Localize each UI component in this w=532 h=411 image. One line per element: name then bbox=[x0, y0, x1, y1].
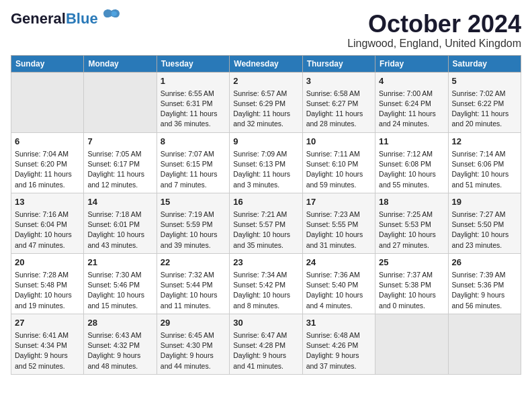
daylight-label: Daylight: 11 hours bbox=[306, 109, 363, 118]
logo-text: GeneralBlue bbox=[11, 11, 98, 27]
day-info: Sunrise: 7:27 AMSunset: 5:50 PMDaylight:… bbox=[452, 210, 517, 250]
col-saturday: Saturday bbox=[448, 55, 521, 72]
daylight-label: Daylight: 9 hours bbox=[233, 351, 286, 359]
location: Lingwood, England, United Kingdom bbox=[347, 38, 521, 50]
daylight-label: Daylight: 11 hours bbox=[452, 109, 509, 118]
daylight-label: Daylight: 10 hours bbox=[306, 291, 363, 299]
day-number: 25 bbox=[379, 257, 444, 269]
day-number: 28 bbox=[87, 317, 152, 329]
day-number: 6 bbox=[15, 136, 80, 148]
calendar-cell: 13Sunrise: 7:16 AMSunset: 6:04 PMDayligh… bbox=[11, 193, 84, 253]
day-info: Sunrise: 7:09 AMSunset: 6:13 PMDaylight:… bbox=[233, 149, 298, 190]
header-row: Sunday Monday Tuesday Wednesday Thursday… bbox=[11, 55, 521, 72]
day-number: 9 bbox=[233, 136, 298, 148]
col-thursday: Thursday bbox=[302, 55, 375, 72]
calendar-cell: 12Sunrise: 7:14 AMSunset: 6:06 PMDayligh… bbox=[448, 132, 521, 193]
day-number: 18 bbox=[379, 196, 444, 208]
day-number: 19 bbox=[452, 196, 517, 208]
day-info: Sunrise: 6:47 AMSunset: 4:28 PMDaylight:… bbox=[233, 330, 298, 371]
calendar-cell: 8Sunrise: 7:07 AMSunset: 6:15 PMDaylight… bbox=[157, 132, 229, 193]
day-info: Sunrise: 7:14 AMSunset: 6:06 PMDaylight:… bbox=[452, 149, 517, 190]
title-block: October 2024 Lingwood, England, United K… bbox=[347, 11, 521, 50]
day-number: 24 bbox=[306, 257, 371, 269]
calendar-cell: 20Sunrise: 7:28 AMSunset: 5:48 PMDayligh… bbox=[11, 253, 84, 314]
col-monday: Monday bbox=[84, 55, 157, 72]
daylight-label: Daylight: 10 hours bbox=[379, 230, 436, 238]
daylight-label: Daylight: 11 hours bbox=[87, 170, 144, 178]
day-number: 21 bbox=[87, 257, 152, 269]
month-year: October 2024 bbox=[347, 11, 521, 38]
calendar-cell bbox=[448, 314, 521, 374]
page-container: GeneralBlue October 2024 Lingwood, Engla… bbox=[0, 0, 532, 380]
day-number: 23 bbox=[233, 257, 298, 269]
week-row-4: 20Sunrise: 7:28 AMSunset: 5:48 PMDayligh… bbox=[11, 253, 521, 314]
calendar-cell: 27Sunrise: 6:41 AMSunset: 4:34 PMDayligh… bbox=[11, 314, 84, 374]
daylight-label: Daylight: 10 hours bbox=[87, 291, 144, 299]
day-info: Sunrise: 7:11 AMSunset: 6:10 PMDaylight:… bbox=[306, 149, 371, 190]
day-number: 1 bbox=[161, 75, 226, 87]
day-info: Sunrise: 7:34 AMSunset: 5:42 PMDaylight:… bbox=[233, 270, 298, 311]
day-info: Sunrise: 6:45 AMSunset: 4:30 PMDaylight:… bbox=[161, 330, 226, 371]
day-info: Sunrise: 7:39 AMSunset: 5:36 PMDaylight:… bbox=[452, 270, 517, 311]
calendar-cell: 3Sunrise: 6:58 AMSunset: 6:27 PMDaylight… bbox=[302, 72, 375, 132]
day-info: Sunrise: 7:37 AMSunset: 5:38 PMDaylight:… bbox=[379, 270, 444, 311]
calendar-cell: 5Sunrise: 7:02 AMSunset: 6:22 PMDaylight… bbox=[448, 72, 521, 132]
day-number: 12 bbox=[452, 136, 517, 148]
daylight-label: Daylight: 10 hours bbox=[87, 230, 144, 238]
daylight-label: Daylight: 9 hours bbox=[161, 351, 214, 359]
calendar-cell: 17Sunrise: 7:23 AMSunset: 5:55 PMDayligh… bbox=[302, 193, 375, 253]
calendar-cell: 23Sunrise: 7:34 AMSunset: 5:42 PMDayligh… bbox=[230, 253, 302, 314]
day-info: Sunrise: 7:05 AMSunset: 6:17 PMDaylight:… bbox=[87, 149, 152, 190]
calendar-cell: 2Sunrise: 6:57 AMSunset: 6:29 PMDaylight… bbox=[230, 72, 302, 132]
day-number: 16 bbox=[233, 196, 298, 208]
day-number: 4 bbox=[379, 75, 444, 87]
calendar-cell: 24Sunrise: 7:36 AMSunset: 5:40 PMDayligh… bbox=[302, 253, 375, 314]
day-info: Sunrise: 6:41 AMSunset: 4:34 PMDaylight:… bbox=[15, 330, 80, 371]
logo: GeneralBlue bbox=[11, 11, 121, 30]
daylight-label: Daylight: 9 hours bbox=[87, 351, 140, 359]
calendar-cell: 14Sunrise: 7:18 AMSunset: 6:01 PMDayligh… bbox=[84, 193, 157, 253]
calendar-body: 1Sunrise: 6:55 AMSunset: 6:31 PMDaylight… bbox=[11, 72, 521, 374]
daylight-label: Daylight: 10 hours bbox=[15, 291, 72, 299]
daylight-label: Daylight: 10 hours bbox=[452, 230, 509, 238]
calendar-cell: 31Sunrise: 6:48 AMSunset: 4:26 PMDayligh… bbox=[302, 314, 375, 374]
day-info: Sunrise: 7:18 AMSunset: 6:01 PMDaylight:… bbox=[87, 210, 152, 250]
day-info: Sunrise: 7:32 AMSunset: 5:44 PMDaylight:… bbox=[161, 270, 226, 311]
week-row-2: 6Sunrise: 7:04 AMSunset: 6:20 PMDaylight… bbox=[11, 132, 521, 193]
calendar-cell: 28Sunrise: 6:43 AMSunset: 4:32 PMDayligh… bbox=[84, 314, 157, 374]
calendar-cell: 19Sunrise: 7:27 AMSunset: 5:50 PMDayligh… bbox=[448, 193, 521, 253]
day-number: 10 bbox=[306, 136, 371, 148]
col-tuesday: Tuesday bbox=[157, 55, 229, 72]
day-number: 8 bbox=[161, 136, 226, 148]
calendar-cell: 29Sunrise: 6:45 AMSunset: 4:30 PMDayligh… bbox=[157, 314, 229, 374]
day-number: 17 bbox=[306, 196, 371, 208]
calendar-cell: 9Sunrise: 7:09 AMSunset: 6:13 PMDaylight… bbox=[230, 132, 302, 193]
daylight-label: Daylight: 10 hours bbox=[161, 291, 218, 299]
calendar-cell: 10Sunrise: 7:11 AMSunset: 6:10 PMDayligh… bbox=[302, 132, 375, 193]
day-number: 5 bbox=[452, 75, 517, 87]
calendar-cell bbox=[375, 314, 448, 374]
day-number: 20 bbox=[15, 257, 80, 269]
day-info: Sunrise: 7:02 AMSunset: 6:22 PMDaylight:… bbox=[452, 89, 517, 130]
day-info: Sunrise: 6:48 AMSunset: 4:26 PMDaylight:… bbox=[306, 330, 371, 371]
daylight-label: Daylight: 10 hours bbox=[452, 170, 509, 178]
day-number: 31 bbox=[306, 317, 371, 329]
day-info: Sunrise: 7:07 AMSunset: 6:15 PMDaylight:… bbox=[161, 149, 226, 190]
bird-icon bbox=[102, 8, 121, 24]
day-info: Sunrise: 6:57 AMSunset: 6:29 PMDaylight:… bbox=[233, 89, 298, 130]
day-info: Sunrise: 7:36 AMSunset: 5:40 PMDaylight:… bbox=[306, 270, 371, 311]
calendar-cell bbox=[84, 72, 157, 132]
day-info: Sunrise: 7:12 AMSunset: 6:08 PMDaylight:… bbox=[379, 149, 444, 190]
daylight-label: Daylight: 9 hours bbox=[306, 351, 359, 359]
day-info: Sunrise: 6:55 AMSunset: 6:31 PMDaylight:… bbox=[161, 89, 226, 130]
daylight-label: Daylight: 11 hours bbox=[15, 170, 72, 178]
day-number: 15 bbox=[161, 196, 226, 208]
daylight-label: Daylight: 9 hours bbox=[15, 351, 68, 359]
calendar-cell: 11Sunrise: 7:12 AMSunset: 6:08 PMDayligh… bbox=[375, 132, 448, 193]
calendar-cell: 1Sunrise: 6:55 AMSunset: 6:31 PMDaylight… bbox=[157, 72, 229, 132]
daylight-label: Daylight: 11 hours bbox=[161, 170, 218, 178]
day-number: 3 bbox=[306, 75, 371, 87]
calendar-cell: 15Sunrise: 7:19 AMSunset: 5:59 PMDayligh… bbox=[157, 193, 229, 253]
calendar-cell: 30Sunrise: 6:47 AMSunset: 4:28 PMDayligh… bbox=[230, 314, 302, 374]
daylight-label: Daylight: 10 hours bbox=[233, 230, 290, 238]
